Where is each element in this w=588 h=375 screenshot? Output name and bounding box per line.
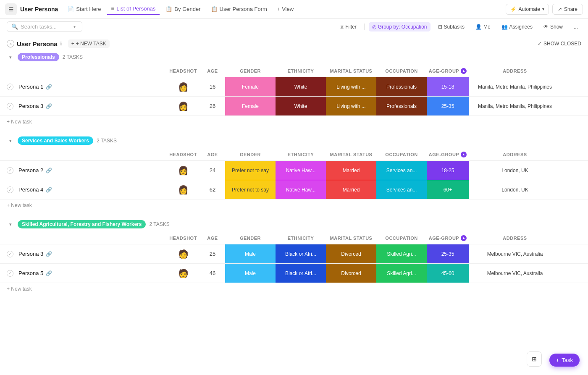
task-name: Persona 1 🔗 [18,84,52,90]
sort-icon[interactable]: ▲ [461,68,467,74]
tab-start-here[interactable]: 📄 Start Here [63,3,105,15]
tab-by-gender[interactable]: 📋 By Gender [161,3,205,15]
search-box[interactable]: 🔍 ▾ [7,21,82,32]
me-icon: 👤 [475,24,482,30]
group-by-button[interactable]: ◎ Group by: Occupation [369,22,430,31]
task-checkbox[interactable]: ✓ [7,103,13,110]
nav-right-actions: ⚡ Automate ▾ ↗ Share [506,4,583,15]
occupation-cell: Services an... [376,180,427,199]
task-name-cell: ✓ Persona 1 🔗 [7,84,166,90]
col-occupation-header: OCCUPATION [376,68,427,73]
avatar: 🧑 [177,248,189,260]
task-checkbox[interactable]: ✓ [7,167,13,174]
group-badge-professionals: Professionals [18,53,59,61]
task-checkbox[interactable]: ✓ [7,251,13,257]
task-name-cell: ✓ Persona 5 🔗 [7,270,166,277]
task-name: Persona 5 🔗 [18,270,52,276]
task-link-icon[interactable]: 🔗 [46,270,52,276]
table-row[interactable]: ✓ Persona 3 🔗 🧑 25 Male Black or Afri...… [0,244,588,264]
group-task-count-professionals: 2 TASKS [63,54,83,60]
sort-icon[interactable]: ▲ [461,152,467,157]
new-task-button[interactable]: + + NEW TASK [68,39,110,48]
new-task-row-services: + New task [0,199,588,208]
task-link-icon[interactable]: 🔗 [46,187,52,193]
task-name: Persona 3 🔗 [18,251,52,257]
marital-cell: Living with ... [326,97,376,115]
group-badge-agricultural: Skilled Agricultural, Forestry and Fishe… [18,220,146,228]
agegroup-cell: 25-35 [427,244,469,263]
tab-add-view[interactable]: + View [273,3,298,15]
col-ethnicity-header: ETHNICITY [276,236,326,241]
col-address-header: ADDRESS [469,68,561,73]
group-collapse-professionals[interactable]: ▾ [7,53,14,61]
task-checkbox[interactable]: ✓ [7,186,13,193]
age-cell: 16 [200,84,225,90]
app-title: User Persona [20,6,58,13]
col-marital-header: MARITAL STATUS [326,236,376,241]
add-new-task-link-agricultural[interactable]: + New task [7,286,32,292]
filter-icon: ⧖ [340,24,344,30]
tab-list-of-personas[interactable]: ≡ List of Personas [107,3,160,15]
check-icon: ✓ [538,41,542,47]
avatar: 👩 [177,81,189,93]
group-task-count-services: 2 TASKS [97,138,117,144]
age-cell: 26 [200,103,225,109]
assignees-button[interactable]: 👥 Assignees [498,22,536,31]
add-new-task-link-professionals[interactable]: + New task [7,119,32,125]
avatar: 👩 [177,100,189,113]
task-checkbox[interactable]: ✓ [7,270,13,277]
gender-cell: Prefer not to say [225,161,276,180]
avatar: 🧑 [177,267,189,280]
filter-button[interactable]: ⧖ Filter [337,22,360,31]
table-row[interactable]: ✓ Persona 5 🔗 🧑 46 Male Black or Afri...… [0,264,588,283]
address-cell: Manila, Metro Manila, Philippines [469,103,561,109]
occupation-cell: Skilled Agri... [376,244,427,263]
app-icon: ☰ [5,3,17,15]
tab-user-persona-form[interactable]: 📋 User Persona Form [207,3,271,15]
automate-button[interactable]: ⚡ Automate ▾ [506,4,549,15]
add-new-task-link-services[interactable]: + New task [7,202,32,208]
col-marital-header: MARITAL STATUS [326,68,376,73]
group-collapse-agricultural[interactable]: ▾ [7,220,14,228]
table-row[interactable]: ✓ Persona 2 🔗 👩 24 Prefer not to say Nat… [0,161,588,180]
headshot-cell: 🧑 [166,248,200,260]
col-agegroup-header: AGE-GROUP ▲ [427,235,469,241]
task-name-cell: ✓ Persona 3 🔗 [7,103,166,110]
share-button[interactable]: ↗ Share [552,4,583,15]
table-row[interactable]: ✓ Persona 1 🔗 👩 16 Female White Living w… [0,77,588,97]
task-checkbox[interactable]: ✓ [7,84,13,90]
page-info-icon[interactable]: ℹ [60,41,62,47]
show-button[interactable]: 👁 Show [540,22,566,31]
table-row[interactable]: ✓ Persona 3 🔗 👩 26 Female White Living w… [0,97,588,116]
table-area: ▾ Professionals 2 TASKS HEADSHOT AGE GEN… [0,50,588,309]
search-input[interactable] [21,24,71,30]
agegroup-cell: 45-60 [427,264,469,283]
col-ethnicity-header: ETHNICITY [276,68,326,73]
col-address-header: ADDRESS [469,236,561,241]
task-link-icon[interactable]: 🔗 [46,84,52,90]
task-link-icon[interactable]: 🔗 [46,251,52,257]
gender-cell: Male [225,244,276,263]
ethnicity-cell: Native Haw... [276,180,326,199]
subtasks-button[interactable]: ⊟ Subtasks [435,22,468,31]
group-badge-services: Services and Sales Workers [18,136,93,145]
group-collapse-services[interactable]: ▾ [7,137,14,144]
more-button[interactable]: ... [570,22,581,31]
task-link-icon[interactable]: 🔗 [46,168,52,173]
page-collapse-button[interactable]: ○ [7,40,14,47]
col-headers-professionals: HEADSHOT AGE GENDER ETHNICITY MARITAL ST… [0,65,588,77]
table-row[interactable]: ✓ Persona 4 🔗 👩 62 Prefer not to say Nat… [0,180,588,199]
sort-icon[interactable]: ▲ [461,235,467,241]
age-cell: 24 [200,167,225,173]
occupation-cell: Professionals [376,97,427,115]
task-link-icon[interactable]: 🔗 [46,103,52,109]
col-agegroup-header: AGE-GROUP ▲ [427,68,469,74]
show-closed-button[interactable]: ✓ SHOW CLOSED [538,41,581,47]
plus-icon: + [71,41,74,47]
ethnicity-cell: White [276,97,326,115]
me-button[interactable]: 👤 Me [472,22,494,31]
new-task-row-agricultural: + New task [0,283,588,292]
new-task-row-professionals: + New task [0,116,588,125]
share-icon: ↗ [558,6,562,12]
group-professionals: ▾ Professionals 2 TASKS HEADSHOT AGE GEN… [0,50,588,125]
